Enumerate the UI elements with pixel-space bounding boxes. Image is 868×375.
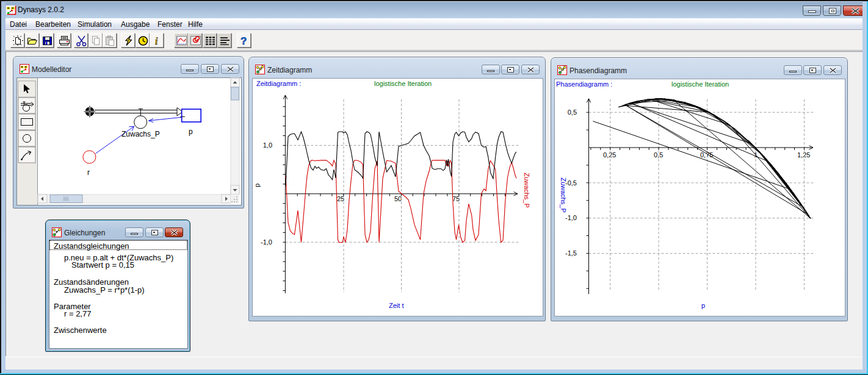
svg-text:r: r bbox=[87, 168, 90, 177]
svg-text:?: ? bbox=[241, 35, 247, 47]
svg-text:Zuwachs_P: Zuwachs_P bbox=[121, 130, 160, 138]
svg-text:i: i bbox=[155, 36, 158, 46]
svg-text:p: p bbox=[189, 127, 193, 136]
